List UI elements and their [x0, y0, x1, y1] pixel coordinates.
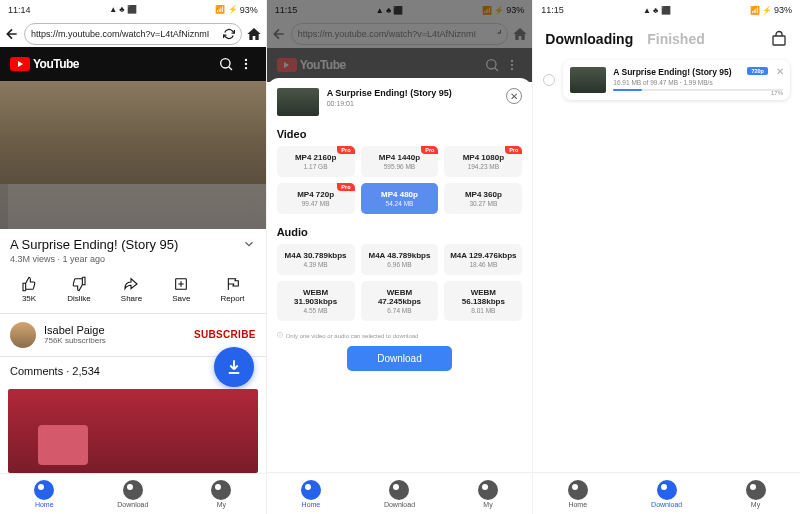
video-actions: 35K Dislike Share Save Report — [0, 272, 266, 313]
youtube-logo[interactable]: YouTube — [10, 57, 79, 71]
backdrop[interactable] — [267, 0, 533, 82]
format-size: 595.96 MB — [365, 163, 435, 170]
format-size: 194.23 MB — [448, 163, 518, 170]
svg-rect-9 — [773, 36, 785, 45]
format-option[interactable]: ProMP4 720p99.47 MB — [277, 183, 355, 214]
format-label: MP4 1440p — [365, 153, 435, 162]
nav-download[interactable]: Download — [89, 474, 178, 514]
channel-name: Isabel Paige — [44, 324, 186, 336]
status-signal-icons: 📶 ⚡ — [215, 5, 237, 14]
search-icon[interactable] — [216, 56, 236, 72]
bottom-nav: Home Download My — [0, 473, 266, 514]
comments-row[interactable]: Comments · 2,534 — [0, 357, 266, 385]
nav-my[interactable]: My — [711, 473, 800, 514]
download-button[interactable]: Download — [347, 346, 451, 371]
home-icon[interactable] — [246, 26, 262, 42]
format-size: 30.27 MB — [448, 200, 518, 207]
video-thumbnail[interactable] — [0, 81, 266, 229]
format-option[interactable]: ProMP4 1080p194.23 MB — [444, 146, 522, 177]
format-label: WEBM 31.903kbps — [281, 288, 351, 306]
nav-home[interactable]: Home — [267, 473, 356, 514]
status-battery: 93% — [240, 5, 258, 15]
report-button[interactable]: Report — [221, 276, 245, 303]
audio-section-label: Audio — [277, 226, 523, 238]
format-label: WEBM 47.245kbps — [365, 288, 435, 306]
youtube-header: YouTube — [0, 47, 266, 81]
video-section-label: Video — [277, 128, 523, 140]
tab-finished[interactable]: Finished — [647, 31, 705, 47]
format-label: MP4 2160p — [281, 153, 351, 162]
nav-home[interactable]: Home — [0, 474, 89, 514]
download-card[interactable]: A Surprise Ending! (Story 95) 16.91 MB o… — [563, 60, 790, 100]
pro-badge: Pro — [505, 146, 522, 154]
format-option[interactable]: M4A 48.789kbps6.96 MB — [361, 244, 439, 275]
avatar — [10, 322, 36, 348]
audio-options-grid: M4A 30.789kbps4.39 MBM4A 48.789kbps6.96 … — [277, 244, 523, 321]
format-size: 54.24 MB — [365, 200, 435, 207]
format-option[interactable]: WEBM 47.245kbps6.74 MB — [361, 281, 439, 321]
format-option[interactable]: MP4 480p54.24 MB — [361, 183, 439, 214]
format-label: M4A 129.476kbps — [448, 251, 518, 260]
url-field[interactable]: https://m.youtube.com/watch?v=L4tAfNiznm… — [24, 23, 242, 45]
dislike-button[interactable]: Dislike — [67, 276, 91, 303]
save-button[interactable]: Save — [172, 276, 190, 303]
nav-my[interactable]: My — [177, 474, 266, 514]
format-label: MP4 480p — [365, 190, 435, 199]
private-icon[interactable] — [770, 30, 788, 48]
format-label: WEBM 56.138kbps — [448, 288, 518, 306]
bottom-nav: Home Download My — [533, 472, 800, 514]
svg-point-2 — [244, 63, 246, 65]
download-fab[interactable] — [214, 347, 254, 387]
download-sheet: A Surprise Ending! (Story 95) 00:19:01 ✕… — [267, 78, 533, 472]
format-option[interactable]: ProMP4 1440p595.96 MB — [361, 146, 439, 177]
status-time: 11:14 — [8, 5, 31, 15]
bottom-nav: Home Download My — [267, 472, 533, 514]
status-notif-icons: ▲ ♣ ⬛ — [109, 5, 137, 14]
nav-download[interactable]: Download — [622, 473, 711, 514]
download-percent: 17% — [771, 90, 783, 96]
subscribe-button[interactable]: SUBSCRIBE — [194, 329, 256, 340]
format-size: 4.39 MB — [281, 261, 351, 268]
format-option[interactable]: WEBM 56.138kbps8.01 MB — [444, 281, 522, 321]
format-option[interactable]: M4A 129.476kbps18.46 MB — [444, 244, 522, 275]
format-label: M4A 48.789kbps — [365, 251, 435, 260]
video-title[interactable]: A Surprise Ending! (Story 95) — [10, 237, 236, 252]
chevron-down-icon[interactable] — [242, 237, 256, 251]
format-size: 1.17 GB — [281, 163, 351, 170]
svg-point-1 — [244, 59, 246, 61]
status-bar: 11:14 ▲ ♣ ⬛ 📶 ⚡ 93% — [0, 0, 266, 20]
sheet-note: ⓘ Only one video or audio can selected t… — [277, 331, 523, 340]
screen-browser: 11:14 ▲ ♣ ⬛ 📶 ⚡ 93% https://m.youtube.co… — [0, 0, 267, 514]
url-text: https://m.youtube.com/watch?v=L4tAfNiznm… — [31, 29, 223, 39]
youtube-logo-icon — [10, 57, 30, 71]
pro-badge: Pro — [337, 146, 354, 154]
download-thumbnail — [570, 67, 606, 93]
nav-download[interactable]: Download — [355, 473, 444, 514]
sheet-thumbnail — [277, 88, 319, 116]
video-meta: 4.3M views · 1 year ago — [0, 254, 266, 272]
pro-badge: Pro — [421, 146, 438, 154]
share-button[interactable]: Share — [121, 276, 142, 303]
refresh-icon[interactable] — [223, 28, 235, 40]
download-tabs: Downloading Finished — [533, 20, 800, 54]
svg-point-0 — [220, 59, 229, 68]
cancel-download-icon[interactable]: ✕ — [776, 66, 784, 77]
format-option[interactable]: WEBM 31.903kbps4.55 MB — [277, 281, 355, 321]
nav-home[interactable]: Home — [533, 473, 622, 514]
nav-my[interactable]: My — [444, 473, 533, 514]
back-icon[interactable] — [4, 26, 20, 42]
format-option[interactable]: ProMP4 2160p1.17 GB — [277, 146, 355, 177]
more-icon[interactable] — [236, 57, 256, 71]
select-radio[interactable] — [543, 74, 555, 86]
format-label: MP4 1080p — [448, 153, 518, 162]
tab-downloading[interactable]: Downloading — [545, 31, 633, 47]
format-option[interactable]: M4A 30.789kbps4.39 MB — [277, 244, 355, 275]
download-progress-text: 16.91 MB of 99.47 MB · 1.99 MB/s — [613, 79, 783, 86]
format-option[interactable]: MP4 360p30.27 MB — [444, 183, 522, 214]
download-item-row: A Surprise Ending! (Story 95) 16.91 MB o… — [543, 60, 790, 100]
svg-point-3 — [244, 67, 246, 69]
close-icon[interactable]: ✕ — [506, 88, 522, 104]
sheet-duration: 00:19:01 — [327, 100, 499, 107]
recommended-thumbnail[interactable] — [8, 389, 258, 473]
like-button[interactable]: 35K — [21, 276, 37, 303]
